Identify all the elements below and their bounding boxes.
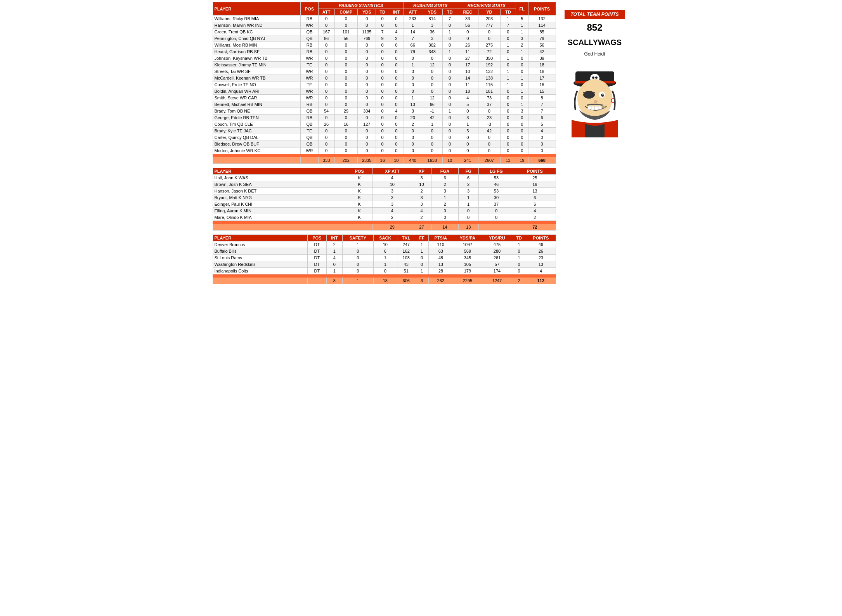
col-points-header: POINTS [528,2,556,16]
def-pts-a-header: PTS/A [428,235,453,241]
offense-row: Johnson, Keyshawn WR TB WR 0 0 0 0 0 0 0… [213,55,556,62]
offense-row: Pennington, Chad QB NYJ QB 86 56 769 9 2… [213,35,556,42]
player-name: Kleinsasser, Jimmy TE MIN [213,62,301,68]
defense-empty-row [213,274,556,278]
def-yds-pa-header: YDS/PA [453,235,482,241]
defense-row: Denver Broncos DT 2 1 10 247 1 110 1097 … [213,241,556,248]
player-name: Brady, Tom QB NE [213,108,301,115]
kicking-row: Bryant, Matt K NYG K 3 3 1 1 30 6 [213,194,556,201]
player-name: George, Eddie RB TEN [213,115,301,121]
offense-row: Smith, Steve WR CAR WR 0 0 0 0 0 1 12 0 … [213,95,556,101]
offense-row: Streets, Tai WR SF WR 0 0 0 0 0 0 0 0 10… [213,68,556,75]
main-tables: PLAYER POS PASSING STATISTICS RUSHING ST… [213,2,556,284]
player-pos: WR [301,95,319,101]
defense-team-name: St.Louis Rams [213,255,307,261]
col-rec-yd-header: YD [478,9,501,16]
col-pos-header: POS [301,2,319,16]
col-rec-td-header: TD [500,9,516,16]
page: PLAYER POS PASSING STATISTICS RUSHING ST… [211,0,632,290]
defense-table: PLAYER POS INT SAFETY SACK TKL FF PTS/A … [213,234,556,284]
offense-row: George, Eddie RB TEN RB 0 0 0 0 0 20 42 … [213,115,556,121]
offense-row: Boldin, Anquan WR ARI WR 0 0 0 0 0 0 0 0… [213,88,556,95]
pirate-mascot [564,60,626,138]
player-name: Couch, Tim QB CLE [213,121,301,128]
player-pos: WR [301,68,319,75]
def-td-header: TD [512,235,526,241]
defense-row: Washington Redskins DT 0 0 1 43 0 13 105… [213,261,556,268]
col-comp-header: COMP [334,9,357,16]
def-safety-header: SAFETY [342,235,373,241]
svg-rect-17 [598,106,601,109]
defense-team-name: Denver Broncos [213,241,307,248]
player-name: Morton, Johnnie WR KC [213,147,301,154]
kicking-row: Mare, Olindo K MIA K 2 2 0 0 0 2 [213,214,556,221]
player-pos: RB [301,42,319,49]
col-int-header: INT [389,9,404,16]
player-pos: QB [301,35,319,42]
col-rush-att-header: ATT [404,9,422,16]
player-name: Conwell, Ernie TE NO [213,82,301,88]
kicking-row: Edinger, Paul K CHI K 3 3 2 1 37 6 [213,201,556,208]
player-name: Smith, Steve WR CAR [213,95,301,101]
defense-row: Indianapolis Colts DT 1 0 0 51 1 28 179 … [213,268,556,274]
player-pos: WR [301,147,319,154]
col-fl-header: FL [516,2,528,16]
player-pos: QB [301,108,319,115]
total-team-points-label: TOTAL TEAM POINTS [565,10,624,19]
kicking-table: PLAYER POS XP ATT XP FGA FG LG FG POINTS… [213,168,556,231]
def-points-header: POINTS [526,235,556,241]
svg-point-4 [595,76,598,79]
total-team-points-value: 852 [587,22,602,33]
player-name: Bennett, Michael RB MIN [213,101,301,108]
kick-fg-header: FG [458,168,478,175]
svg-point-12 [602,94,603,95]
player-pos: WR [301,75,319,82]
offense-row: Williams, Moe RB MIN RB 0 0 0 0 0 66 302… [213,42,556,49]
col-att-header: ATT [318,9,334,16]
kick-xp-header: XP [412,168,431,175]
offense-row: Harrison, Marvin WR IND WR 0 0 0 0 0 1 3… [213,22,556,29]
offense-row: Bledsoe, Drew QB BUF QB 0 0 0 0 0 0 0 0 … [213,141,556,147]
player-pos: WR [301,88,319,95]
team-owner: Ged Heidt [584,51,605,57]
player-name: Carter, Quincy QB DAL [213,134,301,141]
player-name: Pennington, Chad QB NYJ [213,35,301,42]
offense-totals-row: 333 202 2335 16 10 440 1638 10 241 2607 … [213,157,556,164]
def-int-header: INT [326,235,342,241]
player-pos: QB [301,134,319,141]
player-name: Brady, Kyle TE JAC [213,128,301,134]
offense-row: Kleinsasser, Jimmy TE MIN TE 0 0 0 0 0 1… [213,62,556,68]
svg-point-8 [583,91,595,99]
kicking-row: Elling, Aaron K MIN K 4 4 0 0 0 4 [213,208,556,214]
kicking-row: Hanson, Jason K DET K 3 2 3 3 53 13 [213,188,556,194]
player-name: Williams, Ricky RB MIA [213,16,301,22]
offense-row: Morton, Johnnie WR KC WR 0 0 0 0 0 0 0 0… [213,147,556,154]
col-rec-header: REC [457,9,478,16]
player-name: Hearst, Garrison RB SF [213,49,301,55]
kicker-name: Bryant, Matt K NYG [213,194,346,201]
defense-team-name: Indianapolis Colts [213,268,307,274]
col-yds-header: YDS [358,9,376,16]
offense-row: Hearst, Garrison RB SF RB 0 0 0 0 0 79 3… [213,49,556,55]
kicking-empty-row [213,221,556,224]
player-pos: TE [301,82,319,88]
defense-team-name: Washington Redskins [213,261,307,268]
offense-row: Bennett, Michael RB MIN RB 0 0 0 0 0 13 … [213,101,556,108]
kick-lg-fg-header: LG FG [478,168,514,175]
def-ff-header: FF [415,235,428,241]
offense-row: Brady, Kyle TE JAC TE 0 0 0 0 0 0 0 0 5 … [213,128,556,134]
kicker-name: Brown, Josh K SEA [213,181,346,188]
kicker-name: Hall, John K WAS [213,175,346,181]
kicker-name: Edinger, Paul K CHI [213,201,346,208]
offense-row: Couch, Tim QB CLE QB 26 16 127 0 0 2 1 0… [213,121,556,128]
team-name: SCALLYWAGS [568,38,622,47]
player-pos: QB [301,141,319,147]
offense-row: Green, Trent QB KC QB 167 101 1135 7 4 1… [213,29,556,35]
defense-totals-row: 8 1 18 606 3 262 2295 1247 2 112 [213,278,556,284]
rushing-header: RUSHING STATS [404,2,457,9]
offense-row: Carter, Quincy QB DAL QB 0 0 0 0 0 0 0 0… [213,134,556,141]
player-name: Harrison, Marvin WR IND [213,22,301,29]
player-pos: RB [301,16,319,22]
offense-table: PLAYER POS PASSING STATISTICS RUSHING ST… [213,2,556,164]
receiving-header: RECEIVING STATS [457,2,516,9]
